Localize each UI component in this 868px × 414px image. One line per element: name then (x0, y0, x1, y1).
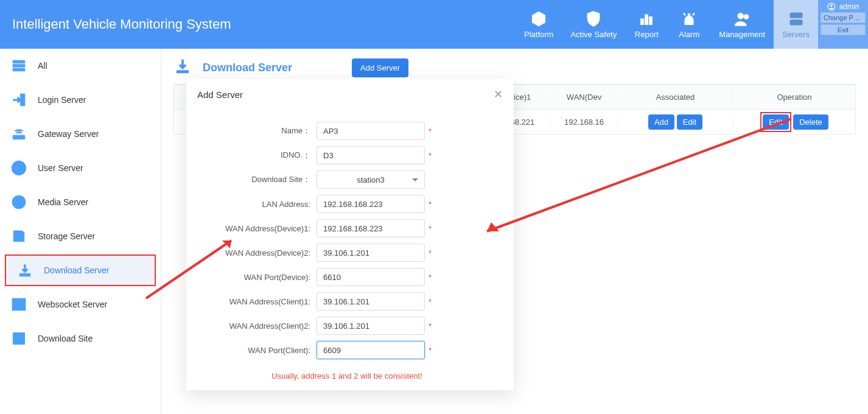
login-icon (11, 92, 27, 108)
nav-platform[interactable]: Platform (516, 0, 562, 49)
form-tip: Usually, address 1 and 2 will be consist… (195, 371, 499, 381)
svg-point-3 (688, 13, 691, 16)
label-download-site: Download Site： (195, 174, 317, 185)
svg-point-21 (18, 203, 20, 206)
close-icon[interactable]: ✕ (494, 88, 503, 101)
col-wan2: WAN(Dev (551, 93, 618, 102)
nav-report[interactable]: Report (625, 0, 668, 49)
wan-port-device-input[interactable] (317, 268, 425, 286)
download-site-select[interactable]: station3 (317, 170, 425, 189)
sidebar-item-websocket-server[interactable]: Websocket Server (0, 287, 161, 321)
nav-management[interactable]: Management (710, 0, 774, 49)
sidebar-item-user-server[interactable]: User Server (0, 151, 161, 185)
sidebar-label: User Server (38, 163, 83, 173)
alarm-icon (681, 10, 698, 27)
svg-rect-0 (641, 19, 644, 24)
cell-associated: Add Edit (618, 114, 733, 130)
label-lan: LAN Address: (195, 200, 317, 209)
svg-rect-14 (13, 68, 25, 71)
wan-client2-input[interactable] (317, 317, 425, 335)
wan-device2-input[interactable] (317, 244, 425, 262)
add-server-modal: Add Server ✕ Name： * IDNO.： * Download S… (186, 79, 514, 390)
sidebar-item-media-server[interactable]: Media Server (0, 185, 161, 219)
svg-rect-24 (19, 273, 30, 276)
svg-point-20 (20, 200, 23, 202)
sidebar-label: Websocket Server (38, 300, 107, 309)
sidebar-item-all[interactable]: All (0, 49, 161, 83)
required-star: * (429, 297, 432, 306)
page-title: Download Server (203, 61, 292, 74)
sidebar-item-login-server[interactable]: Login Server (0, 83, 161, 117)
label-wan-port-dev: WAN Port(Device): (195, 273, 317, 282)
svg-rect-2 (649, 16, 653, 24)
name-input[interactable] (317, 122, 425, 140)
cube-icon (530, 10, 547, 27)
nav-servers[interactable]: Servers (774, 0, 818, 49)
modal-title: Add Server (197, 89, 243, 100)
cell-wan2: 192.168.16 (551, 118, 618, 127)
required-star: * (429, 127, 432, 136)
row-delete-button[interactable]: Delete (793, 114, 828, 130)
wan-client1-input[interactable] (317, 292, 425, 310)
required-star: * (429, 151, 432, 160)
label-wan-port-cli: WAN Port(Client): (195, 346, 317, 355)
label-idno: IDNO.： (195, 150, 317, 161)
svg-point-19 (15, 200, 18, 202)
sidebar-label: Download Server (44, 265, 109, 275)
svg-point-4 (738, 13, 743, 18)
sidebar-label: Gateway Server (38, 129, 99, 139)
col-operation: Operation (733, 93, 855, 102)
assoc-add-button[interactable]: Add (648, 114, 674, 130)
nav-label: Report (635, 30, 659, 39)
download-icon (17, 262, 33, 278)
nav-label: Management (719, 30, 765, 39)
sidebar-item-download-server[interactable]: Download Server (5, 254, 156, 286)
sidebar-item-gateway-server[interactable]: Gateway Server (0, 117, 161, 151)
required-star: * (429, 248, 432, 258)
nav-label: Platform (524, 30, 553, 39)
idno-input[interactable] (317, 146, 425, 164)
edit-highlight: Edit (760, 112, 791, 132)
sidebar-item-download-site[interactable]: Download Site (0, 321, 161, 356)
sidebar: All Login Server Gateway Server User Ser… (0, 49, 161, 414)
label-name: Name： (195, 125, 317, 136)
list-icon (11, 58, 27, 74)
sidebar-label: Login Server (38, 95, 86, 105)
nav-label: Alarm (679, 30, 699, 39)
svg-rect-15 (13, 135, 25, 139)
change-password-button[interactable]: Change Pass... (821, 12, 866, 23)
nav-alarm[interactable]: Alarm (668, 0, 710, 49)
sidebar-item-storage-server[interactable]: Storage Server (0, 219, 161, 253)
sidebar-label: Download Site (38, 334, 93, 343)
required-star: * (429, 200, 432, 209)
user-circle-icon (11, 160, 27, 176)
nav-active-safety[interactable]: Active Safety (562, 0, 625, 49)
add-server-button[interactable]: Add Server (352, 58, 408, 77)
svg-rect-7 (790, 20, 802, 24)
assoc-edit-button[interactable]: Edit (677, 114, 702, 130)
user-icon (827, 2, 836, 11)
label-wan-dev1: WAN Address(Device)1: (195, 224, 317, 233)
wan-device1-input[interactable] (317, 219, 425, 237)
required-star: * (429, 224, 432, 233)
wan-port-client-input[interactable] (317, 341, 425, 359)
user-panel: admin Change Pass... Exit (818, 0, 868, 49)
svg-point-5 (744, 15, 749, 19)
sidebar-label: Media Server (38, 197, 88, 207)
svg-rect-6 (790, 13, 802, 17)
svg-point-11 (830, 5, 833, 7)
sidebar-label: All (38, 61, 47, 71)
svg-rect-1 (645, 15, 648, 24)
top-nav: Platform Active Safety Report Alarm Mana… (516, 0, 818, 49)
svg-point-17 (17, 164, 21, 169)
lan-address-input[interactable] (317, 195, 425, 213)
download-icon (173, 57, 192, 78)
svg-rect-13 (13, 65, 25, 67)
nav-label: Servers (782, 30, 810, 39)
window-icon (11, 296, 27, 312)
col-associated: Associated (618, 93, 733, 102)
svg-rect-28 (177, 70, 189, 73)
row-edit-button[interactable]: Edit (763, 114, 788, 130)
svg-rect-23 (16, 237, 23, 241)
exit-button[interactable]: Exit (821, 24, 866, 35)
